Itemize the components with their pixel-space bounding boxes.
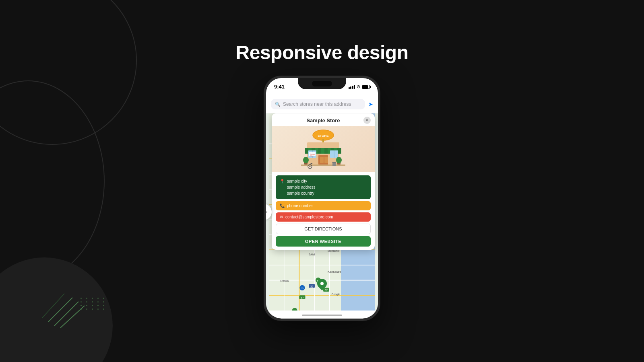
phone-notch (298, 78, 346, 89)
status-icons: ⊜ (349, 84, 370, 89)
phone-mockup: 9:41 ⊜ 🔍 Se (264, 76, 380, 321)
store-info-section: 📍 sample city sample address sample coun… (272, 172, 375, 250)
phone-number: phone number (287, 204, 313, 208)
dots-decoration (80, 298, 106, 310)
svg-point-79 (310, 166, 311, 167)
svg-text:35: 35 (310, 285, 314, 288)
map-area: 90 25 57 35 Illo Ripon Fond du Lac Shebo… (266, 113, 378, 311)
svg-text:Kankakee: Kankakee (328, 269, 341, 273)
svg-text:35: 35 (301, 287, 303, 290)
address-city: sample city (287, 178, 316, 184)
svg-rect-81 (332, 162, 336, 166)
store-illustration: STORE (301, 128, 345, 170)
svg-text:Google: Google (332, 293, 341, 296)
svg-rect-57 (305, 148, 308, 154)
search-placeholder: Search stores near this address (283, 101, 351, 107)
search-bar[interactable]: 🔍 Search stores near this address ➤ (266, 96, 378, 113)
green-lines-decoration (40, 290, 89, 330)
svg-text:25: 25 (293, 310, 296, 310)
email-address: contact@samplestore.com (285, 215, 333, 219)
address-text: sample city sample address sample countr… (287, 178, 316, 196)
svg-rect-54 (322, 139, 324, 142)
address-country: sample country (287, 190, 316, 196)
open-website-button[interactable]: OPEN WEBSITE (276, 236, 371, 247)
notch-camera (312, 81, 332, 86)
get-directions-button[interactable]: GET DIRECTIONS (276, 224, 371, 234)
address-block[interactable]: 📍 sample city sample address sample coun… (276, 175, 371, 199)
blob-decoration-top (0, 0, 137, 145)
pin-icon: 📍 (280, 179, 285, 183)
svg-rect-59 (318, 148, 321, 154)
signal-icon (349, 85, 355, 89)
phone-screen: 9:41 ⊜ 🔍 Se (266, 78, 378, 319)
main-content: Responsive design 9:41 ⊜ (236, 41, 409, 321)
svg-text:57: 57 (325, 288, 328, 291)
svg-text:Joliet: Joliet (309, 253, 315, 256)
svg-rect-82 (332, 162, 336, 162)
svg-rect-64 (320, 157, 324, 163)
search-icon: 🔍 (275, 102, 281, 107)
email-block[interactable]: ✉ contact@samplestore.com (276, 212, 371, 222)
status-time: 9:41 (274, 84, 285, 90)
home-indicator (302, 315, 342, 316)
svg-text:Ottawa: Ottawa (280, 280, 289, 282)
phone-block[interactable]: 📞 phone number (276, 201, 371, 210)
svg-text:STORE: STORE (318, 134, 329, 138)
search-input-area[interactable]: 🔍 Search stores near this address (271, 99, 365, 109)
close-icon: × (366, 118, 368, 122)
popup-close-button[interactable]: × (363, 117, 371, 124)
svg-line-0 (48, 298, 72, 322)
store-name: Sample Store (306, 117, 340, 123)
svg-point-74 (303, 157, 309, 163)
wifi-icon: ⊜ (357, 84, 360, 89)
chevron-right-icon: › (266, 210, 267, 214)
marker-body (315, 277, 329, 290)
svg-rect-65 (324, 157, 328, 163)
svg-line-3 (42, 294, 64, 318)
popup-header: Sample Store × (272, 113, 375, 126)
address-street: sample address (287, 184, 316, 190)
svg-text:Open: Open (310, 155, 314, 157)
map-marker (317, 279, 327, 288)
location-button[interactable]: ➤ (368, 101, 373, 107)
store-info-popup: Sample Store × STORE (272, 113, 375, 250)
svg-text:57: 57 (301, 296, 304, 299)
svg-point-76 (336, 157, 342, 163)
blob-decoration-mid (0, 80, 105, 282)
battery-icon (362, 85, 370, 89)
page-title: Responsive design (236, 41, 409, 64)
svg-rect-60 (324, 148, 328, 154)
blob-decoration-bottom (0, 257, 113, 362)
email-icon: ✉ (280, 215, 283, 219)
svg-line-1 (54, 302, 78, 326)
store-image: STORE (272, 126, 375, 172)
phone-icon: 📞 (280, 204, 285, 208)
svg-line-2 (60, 306, 85, 328)
marker-dot (320, 282, 324, 285)
